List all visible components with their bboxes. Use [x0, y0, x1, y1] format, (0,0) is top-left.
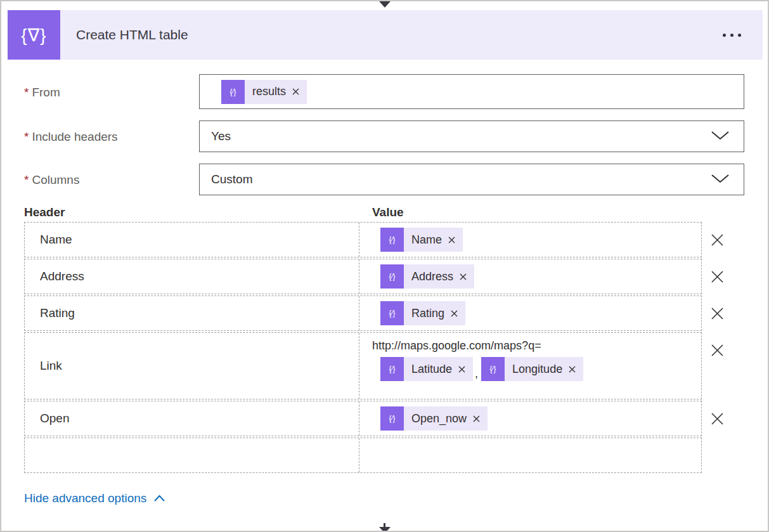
custom-columns-table: Name {∕} Name Address {∕} Address — [24, 222, 732, 473]
columns-value: Custom — [211, 172, 252, 186]
header-cell-input[interactable]: Address — [25, 259, 359, 294]
columns-label-text: Columns — [32, 173, 79, 186]
dot — [730, 34, 733, 37]
chevron-down-icon — [711, 129, 730, 143]
hide-advanced-options-link[interactable]: Hide advanced options — [24, 491, 165, 505]
include-headers-dropdown[interactable]: Yes — [199, 120, 744, 152]
table-row — [24, 438, 732, 473]
include-headers-label-text: Include headers — [32, 130, 117, 143]
token-remove-icon[interactable] — [473, 415, 480, 422]
dynamic-content-icon: {∕} — [380, 357, 404, 381]
token-remove-icon[interactable] — [460, 273, 467, 280]
dynamic-content-icon: {∕} — [380, 264, 404, 289]
header-cell-input[interactable]: Rating — [25, 296, 359, 330]
table-row: Link http://maps.google.com/maps?q= {∕} … — [24, 332, 732, 399]
data-operation-icon: {∇} — [8, 10, 60, 60]
flow-connector-arrow-bottom — [379, 527, 391, 532]
dynamic-content-icon: {∕} — [481, 357, 505, 381]
dynamic-content-token[interactable]: {∕} Open_now — [380, 406, 488, 431]
delete-row-button[interactable] — [702, 259, 732, 294]
delete-row-button[interactable] — [702, 401, 732, 436]
include-headers-label: *Include headers — [24, 130, 118, 144]
table-value-column-label: Value — [372, 205, 404, 219]
value-text-separator: , — [475, 367, 478, 380]
columns-dropdown[interactable]: Custom — [199, 164, 744, 195]
from-label-text: From — [32, 86, 60, 99]
dynamic-content-icon: {∕} — [380, 406, 404, 431]
value-text[interactable]: http://maps.google.com/maps?q= — [372, 339, 541, 353]
required-mark: * — [24, 86, 29, 99]
delete-row-button[interactable] — [702, 332, 732, 399]
delete-row-button[interactable] — [702, 295, 732, 331]
table-row: Address {∕} Address — [24, 259, 732, 294]
from-input[interactable]: {∕} results — [199, 74, 744, 109]
dynamic-content-token[interactable]: {∕} Longitude — [481, 357, 583, 381]
token-label: Rating — [411, 307, 444, 320]
required-mark: * — [24, 173, 29, 186]
token-remove-icon[interactable] — [292, 88, 299, 95]
header-cell-input[interactable]: Open — [25, 401, 359, 436]
token-label: Open_now — [411, 412, 467, 425]
dynamic-content-token[interactable]: {∕} Rating — [380, 301, 465, 325]
include-headers-value: Yes — [211, 129, 231, 143]
card-title: Create HTML table — [76, 27, 188, 42]
token-remove-icon[interactable] — [451, 310, 458, 317]
table-row: Rating {∕} Rating — [24, 295, 732, 331]
token-label: Address — [411, 270, 453, 283]
dynamic-content-icon: {∕} — [380, 301, 404, 325]
value-cell-input[interactable] — [359, 438, 701, 472]
token-label: Longitude — [512, 363, 562, 376]
table-row: Open {∕} Open_now — [24, 401, 732, 436]
header-cell-input[interactable]: Link — [25, 333, 359, 399]
dynamic-content-icon: {∕} — [380, 228, 404, 252]
dynamic-content-token[interactable]: {∕} Address — [380, 264, 474, 289]
dot — [723, 34, 726, 37]
table-header-column-label: Header — [24, 205, 65, 219]
required-mark: * — [24, 130, 29, 143]
token-label: Latitude — [411, 363, 452, 376]
dynamic-content-token[interactable]: {∕} Name — [380, 228, 463, 252]
header-cell-input[interactable]: Name — [25, 223, 359, 257]
from-label: *From — [24, 86, 60, 100]
delete-row-button[interactable] — [702, 222, 732, 257]
columns-label: *Columns — [24, 173, 79, 187]
table-row: Name {∕} Name — [24, 222, 732, 257]
dynamic-content-token[interactable]: {∕} results — [221, 80, 307, 104]
value-cell-input[interactable]: {∕} Name — [359, 223, 701, 257]
hide-advanced-options-label: Hide advanced options — [24, 491, 146, 505]
dot — [738, 34, 741, 37]
token-remove-icon[interactable] — [458, 366, 465, 373]
token-remove-icon[interactable] — [569, 366, 576, 373]
flow-connector-arrow-top — [379, 1, 391, 8]
more-options-icon[interactable] — [718, 29, 746, 42]
create-html-table-card: {∇} Create HTML table *From {∕} results … — [0, 0, 769, 532]
chevron-down-icon — [711, 172, 730, 186]
value-cell-input[interactable]: {∕} Open_now — [359, 401, 701, 436]
dynamic-content-token[interactable]: {∕} Latitude — [380, 357, 473, 381]
value-cell-input[interactable]: http://maps.google.com/maps?q= {∕} Latit… — [359, 333, 701, 399]
card-header[interactable]: {∇} Create HTML table — [8, 10, 763, 60]
value-cell-input[interactable]: {∕} Rating — [359, 296, 701, 330]
token-remove-icon[interactable] — [448, 237, 455, 243]
token-label: results — [252, 85, 286, 98]
header-cell-input[interactable] — [25, 438, 359, 472]
chevron-up-icon — [153, 491, 165, 505]
token-label: Name — [411, 233, 442, 247]
value-cell-input[interactable]: {∕} Address — [359, 259, 701, 294]
dynamic-content-icon: {∕} — [221, 80, 245, 104]
